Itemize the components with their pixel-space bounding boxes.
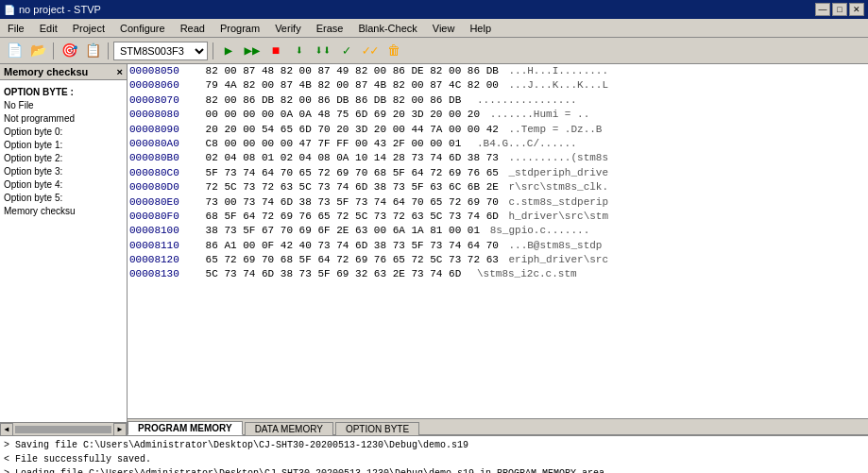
hex-ascii: 8s_gpio.c....... <box>490 224 590 238</box>
copy-button[interactable]: 📋 <box>82 41 103 61</box>
program-button[interactable]: ⬇ <box>289 41 310 61</box>
hex-address: 00008110 <box>129 239 196 253</box>
hex-row: 00008090 20 20 00 54 65 6D 70 20 3D 20 0… <box>128 123 868 137</box>
window-controls: — □ ✕ <box>815 3 864 16</box>
left-item-7: Option byte 5: <box>4 192 123 205</box>
menu-bar: FileEditProjectConfigureReadProgramVerif… <box>0 19 868 38</box>
left-panel-content: OPTION BYTE : No File Not programmed Opt… <box>0 80 127 422</box>
hex-row: 000080A0 C8 00 00 00 00 47 7F FF 00 43 2… <box>128 137 868 151</box>
hex-address: 00008060 <box>129 78 196 93</box>
tab-option-byte[interactable]: OPTION BYTE <box>335 422 419 435</box>
hex-address: 00008050 <box>129 64 196 78</box>
hex-row: 00008060 79 4A 82 00 87 4B 82 00 87 4B 8… <box>128 78 868 93</box>
verify-button[interactable]: ✓ <box>336 41 357 61</box>
main-area: Memory checksu × OPTION BYTE : No File N… <box>0 64 868 435</box>
toolbar-separator-1 <box>53 42 54 59</box>
hex-bytes: 02 04 08 01 02 04 08 0A 10 14 28 73 74 6… <box>199 151 504 165</box>
scroll-right[interactable]: ▶ <box>113 423 127 436</box>
stop-button[interactable]: ■ <box>265 41 286 61</box>
hex-bytes: 86 A1 00 0F 42 40 73 74 6D 38 73 5F 73 7… <box>199 239 504 253</box>
left-panel-scrollbar[interactable]: ◀ ▶ <box>0 422 127 435</box>
toolbar-separator-2 <box>108 42 109 59</box>
scroll-thumb[interactable] <box>15 426 111 433</box>
hex-bytes: 72 5C 73 72 63 5C 73 74 6D 38 73 5F 63 6… <box>199 180 504 194</box>
scroll-left[interactable]: ◀ <box>0 423 13 436</box>
open-button[interactable]: 📂 <box>27 41 48 61</box>
device-selector[interactable]: STM8S003F3 <box>113 42 208 60</box>
option-byte-title: OPTION BYTE : <box>4 86 123 99</box>
left-panel: Memory checksu × OPTION BYTE : No File N… <box>0 64 128 435</box>
hex-bytes: 82 00 86 DB 82 00 86 DB 86 DB 82 00 86 D… <box>199 93 473 108</box>
left-item-3: Option byte 1: <box>4 139 123 152</box>
hex-row: 000080C0 5F 73 74 64 70 65 72 69 70 68 5… <box>128 166 868 180</box>
verify-all-button[interactable]: ✓✓ <box>360 41 381 61</box>
hex-address: 00008080 <box>129 108 196 122</box>
hex-row: 000080E0 73 00 73 74 6D 38 73 5F 73 74 6… <box>128 195 868 210</box>
target-button[interactable]: 🎯 <box>59 41 79 61</box>
left-item-2: Option byte 0: <box>4 126 123 139</box>
menu-item-program[interactable]: Program <box>216 22 264 35</box>
left-item-4: Option byte 2: <box>4 152 123 165</box>
hex-row: 00008080 00 00 00 00 0A 0A 48 75 6D 69 2… <box>128 108 868 122</box>
hex-address: 000080F0 <box>129 210 196 224</box>
hex-ascii: _stdperiph_drive <box>508 166 608 180</box>
read-button[interactable]: ▶ <box>218 41 239 61</box>
left-item-6: Option byte 4: <box>4 178 123 192</box>
left-item-0: No File <box>4 99 123 112</box>
hex-bytes: 5C 73 74 6D 38 73 5F 69 32 63 2E 73 74 6… <box>199 267 473 281</box>
menu-item-read[interactable]: Read <box>177 22 209 35</box>
hex-row: 00008100 38 73 5F 67 70 69 6F 2E 63 00 6… <box>128 224 868 238</box>
hex-ascii: ...J...K...K...L <box>508 78 608 93</box>
menu-item-erase[interactable]: Erase <box>313 22 348 35</box>
new-button[interactable]: 📄 <box>4 41 25 61</box>
hex-ascii: .......Humi = .. <box>490 108 590 122</box>
hex-bytes: 38 73 5F 67 70 69 6F 2E 63 00 6A 1A 81 0… <box>199 224 486 238</box>
hex-bytes: 79 4A 82 00 87 4B 82 00 87 4B 82 00 87 4… <box>199 78 504 93</box>
hex-address: 000080C0 <box>129 166 196 180</box>
minimize-button[interactable]: — <box>815 3 830 16</box>
menu-item-view[interactable]: View <box>429 22 459 35</box>
tab-program-memory[interactable]: PROGRAM MEMORY <box>128 421 243 435</box>
erase-button[interactable]: 🗑 <box>383 41 404 61</box>
hex-address: 00008130 <box>129 267 196 281</box>
menu-item-project[interactable]: Project <box>69 22 109 35</box>
log-line: > Saving file C:\Users\Administrator\Des… <box>4 438 864 452</box>
hex-address: 00008120 <box>129 253 196 267</box>
hex-bytes: 73 00 73 74 6D 38 73 5F 73 74 64 70 65 7… <box>199 195 504 210</box>
tab-data-memory[interactable]: DATA MEMORY <box>245 422 333 435</box>
hex-row: 00008110 86 A1 00 0F 42 40 73 74 6D 38 7… <box>128 239 868 253</box>
log-panel: > Saving file C:\Users\Administrator\Des… <box>0 435 868 473</box>
program-all-button[interactable]: ⬇⬇ <box>313 41 333 61</box>
close-button[interactable]: ✕ <box>849 3 864 16</box>
left-item-5: Option byte 3: <box>4 165 123 178</box>
hex-editor: 00008050 82 00 87 48 82 00 87 49 82 00 8… <box>128 64 868 418</box>
hex-row: 00008120 65 72 69 70 68 5F 64 72 69 76 6… <box>128 253 868 267</box>
hex-ascii: ...B@stm8s_stdp <box>508 239 602 253</box>
hex-row: 000080D0 72 5C 73 72 63 5C 73 74 6D 38 7… <box>128 180 868 194</box>
left-panel-header: Memory checksu × <box>0 64 127 80</box>
hex-ascii: h_driver\src\stm <box>508 210 608 224</box>
hex-bytes: 65 72 69 70 68 5F 64 72 69 76 65 72 5C 7… <box>199 253 504 267</box>
hex-bytes: 00 00 00 00 0A 0A 48 75 6D 69 20 3D 20 0… <box>199 108 486 122</box>
hex-row: 00008070 82 00 86 DB 82 00 86 DB 86 DB 8… <box>128 93 868 108</box>
menu-item-configure[interactable]: Configure <box>116 22 169 35</box>
hex-ascii: .B4.G...C/...... <box>477 137 577 151</box>
window-title: no project - STVP <box>19 4 101 15</box>
hex-ascii: ................ <box>477 93 577 108</box>
left-panel-close[interactable]: × <box>117 66 123 77</box>
hex-address: 000080A0 <box>129 137 196 151</box>
menu-item-file[interactable]: File <box>4 22 28 35</box>
menu-item-blank-check[interactable]: Blank-Check <box>354 22 420 35</box>
title-bar: 📄 no project - STVP — □ ✕ <box>0 0 868 19</box>
app-icon: 📄 <box>4 5 15 15</box>
hex-bytes: 68 5F 64 72 69 76 65 72 5C 73 72 63 5C 7… <box>199 210 504 224</box>
menu-item-edit[interactable]: Edit <box>36 22 61 35</box>
maximize-button[interactable]: □ <box>832 3 847 16</box>
menu-item-verify[interactable]: Verify <box>271 22 305 35</box>
read-all-button[interactable]: ▶▶ <box>242 41 263 61</box>
left-item-1: Not programmed <box>4 112 123 126</box>
hex-ascii: ..Temp = .Dz..B <box>508 123 602 137</box>
hex-ascii: ...H...I........ <box>508 64 608 78</box>
hex-address: 00008070 <box>129 93 196 108</box>
menu-item-help[interactable]: Help <box>466 22 495 35</box>
